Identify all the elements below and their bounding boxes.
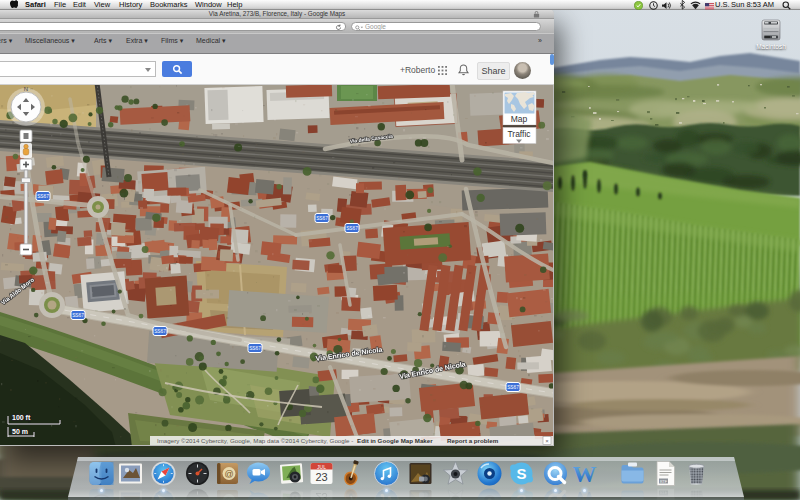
svg-text:100 ft: 100 ft xyxy=(12,414,31,421)
svg-text:S: S xyxy=(516,492,526,500)
svg-text:@: @ xyxy=(224,496,233,500)
svg-text:SS67: SS67 xyxy=(507,385,519,390)
svg-text:SS67: SS67 xyxy=(37,194,49,199)
svg-text:SS67: SS67 xyxy=(72,313,84,318)
svg-text:50 m: 50 m xyxy=(12,428,28,435)
svg-text:Traffic: Traffic xyxy=(507,129,531,139)
svg-text:RTF: RTF xyxy=(660,480,668,484)
svg-text:23: 23 xyxy=(315,491,327,500)
svg-text:W: W xyxy=(572,461,596,487)
svg-text:Map: Map xyxy=(511,114,528,124)
svg-text:S: S xyxy=(516,465,526,482)
svg-text:RTF: RTF xyxy=(660,490,668,494)
svg-text:23: 23 xyxy=(315,471,327,483)
svg-text:SS67: SS67 xyxy=(346,226,358,231)
svg-text:@: @ xyxy=(224,469,233,479)
svg-text:N: N xyxy=(24,86,28,92)
svg-text:SS67: SS67 xyxy=(249,346,261,351)
svg-text:SS67: SS67 xyxy=(154,329,166,334)
svg-text:JUL: JUL xyxy=(317,464,326,470)
svg-text:SS67: SS67 xyxy=(316,216,328,221)
